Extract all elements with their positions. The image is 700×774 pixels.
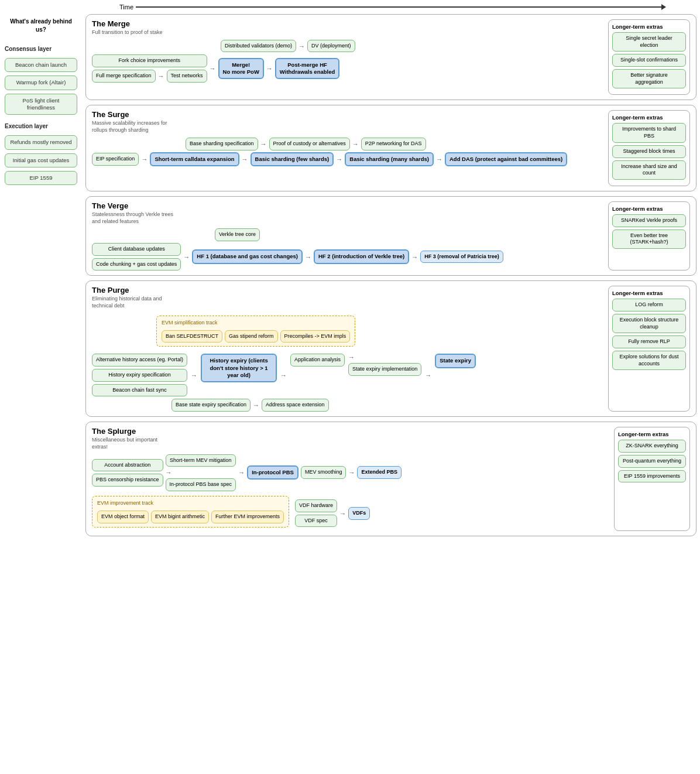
beacon-fast-sync-node[interactable]: Beacon chain fast sync: [92, 384, 187, 397]
code-chunking-node[interactable]: Code chunking + gas cost updates: [92, 258, 181, 271]
sidebar-refunds[interactable]: Refunds mostly removed: [5, 135, 77, 149]
v-arrow3: →: [411, 254, 418, 261]
fork-choice-node[interactable]: Fork choice improvements: [92, 54, 207, 67]
verge-title: The Verge: [92, 201, 603, 210]
splurge-left: Account abstraction PBS censorship resis…: [92, 459, 163, 487]
purge-lt-4[interactable]: Explore solutions for dust accounts: [612, 351, 686, 370]
pbs-censorship-node[interactable]: PBS censorship resistance: [92, 474, 163, 487]
dv-deployment-node[interactable]: DV (deployment): [307, 40, 355, 53]
surge-lt-2[interactable]: Staggered block times: [612, 145, 686, 158]
splurge-pbs-row: Account abstraction PBS censorship resis…: [92, 454, 609, 491]
splurge-lt-2[interactable]: Post-quantum everything: [618, 455, 686, 468]
full-merge-spec-node[interactable]: Full merge specification: [92, 70, 156, 83]
time-arrow: [136, 6, 663, 8]
basic-sharding-few-node[interactable]: Basic sharding (few shards): [251, 152, 334, 166]
purge-lt-3[interactable]: Fully remove RLP: [612, 335, 686, 348]
in-protocol-pbs-spec-node[interactable]: In-protocol PBS base spec: [166, 478, 236, 491]
in-protocol-pbs-node[interactable]: In-protocol PBS: [247, 465, 298, 480]
surge-main-row: EIP specification → Short-term calldata …: [92, 152, 603, 166]
purge-evm-track: EVM simplification track Ban SELFDESTRUC…: [156, 316, 355, 347]
splurge-subtitle: Miscellaneous but important extras!: [92, 437, 174, 450]
splurge-longer-term: Longer-term extras ZK-SNARK everything P…: [614, 427, 690, 530]
proof-custody-node[interactable]: Proof of custody or alternatives: [269, 138, 350, 150]
splurge-vdf-row: EVM improvement track EVM object format …: [92, 496, 609, 531]
purge-section: The Purge Eliminating historical data an…: [85, 280, 696, 417]
purge-lt-title: Longer-term extras: [612, 290, 686, 296]
test-networks-node[interactable]: Test networks: [167, 70, 207, 83]
address-space-node[interactable]: Address space extension: [262, 399, 329, 412]
merge-lt-2[interactable]: Single-slot confirmations: [612, 54, 686, 67]
surge-top-row: Base sharding specification → Proof of c…: [186, 138, 603, 150]
ban-selfdestruct-node[interactable]: Ban SELFDESTRUCT: [162, 330, 222, 343]
merge-subtitle: Full transition to proof of stake: [92, 29, 174, 36]
precompiles-evm-node[interactable]: Precompiles -> EVM impls: [280, 330, 351, 343]
account-abstraction-node[interactable]: Account abstraction: [92, 459, 163, 472]
client-db-node[interactable]: Client database updates: [92, 243, 181, 256]
v-arrow1: →: [183, 254, 190, 261]
dist-validators-node[interactable]: Distributed validators (demo): [221, 40, 296, 53]
purge-lt-2[interactable]: Execution block structure cleanup: [612, 314, 686, 333]
base-sharding-spec-node[interactable]: Base sharding specification: [186, 138, 258, 150]
surge-subtitle: Massive scalability increases for rollup…: [92, 120, 174, 133]
merge-lt-1[interactable]: Single secret leader election: [612, 32, 686, 52]
basic-sharding-many-node[interactable]: Basic sharding (many shards): [345, 152, 434, 166]
surge-lt-3[interactable]: Increase shard size and count: [612, 160, 686, 180]
alt-history-node[interactable]: Alternative history access (eg. Portal): [92, 354, 187, 367]
merge-title: The Merge: [92, 19, 603, 28]
s-arrow1: →: [260, 141, 267, 148]
splurge-lt-1[interactable]: ZK-SNARK everything: [618, 440, 686, 453]
p-arrow4: →: [425, 372, 431, 379]
further-evm-node[interactable]: Further EVM improvements: [211, 511, 284, 523]
gas-stipend-reform-node[interactable]: Gas stipend reform: [225, 330, 278, 343]
evm-bigint-node[interactable]: EVM bigint arithmetic: [151, 511, 209, 523]
extended-pbs-node[interactable]: Extended PBS: [357, 466, 402, 479]
vdf-spec-node[interactable]: VDF spec: [295, 515, 337, 528]
p-arrow2: →: [280, 372, 287, 379]
sidebar-beacon-chain[interactable]: Beacon chain launch: [5, 58, 77, 72]
short-term-mev-node[interactable]: Short-term MEV mitigation: [166, 454, 236, 467]
sidebar-warmup-fork[interactable]: Warmup fork (Altair): [5, 76, 77, 90]
base-state-spec-node[interactable]: Base state expiry specification: [171, 399, 251, 412]
p2p-das-node[interactable]: P2P networking for DAS: [361, 138, 426, 150]
mev-smoothing-node[interactable]: MEV smoothing: [301, 466, 346, 479]
sp-arrow3: →: [348, 469, 355, 476]
splurge-evm-track: EVM improvement track EVM object format …: [92, 496, 289, 528]
verkle-tree-core-node[interactable]: Verkle tree core: [215, 228, 260, 241]
vdfs-node[interactable]: VDFs: [348, 507, 370, 520]
merge-main-node[interactable]: Merge!No more PoW: [218, 58, 264, 80]
eip-spec-node[interactable]: EIP specification: [92, 153, 139, 166]
short-term-calldata-node[interactable]: Short-term calldata expansion: [150, 152, 239, 166]
purge-longer-term: Longer-term extras LOG reform Execution …: [608, 286, 690, 412]
merge-flow: Distributed validators (demo) → DV (depl…: [92, 40, 603, 83]
history-expiry-node[interactable]: History expiry (clients don't store hist…: [201, 354, 277, 382]
arrow1: →: [298, 43, 305, 50]
splurge-mev-smooth: MEV smoothing: [301, 466, 346, 479]
purge-left: Alternative history access (eg. Portal) …: [92, 354, 187, 396]
verge-lt-1[interactable]: SNARKed Verkle proofs: [612, 214, 686, 227]
sidebar-gas-cost[interactable]: Initial gas cost updates: [5, 153, 77, 167]
state-expiry-impl-node[interactable]: State expiry implementation: [348, 363, 421, 376]
page: Time What's already behind us? Consensus…: [0, 0, 700, 539]
splurge-lt-title: Longer-term extras: [618, 431, 686, 437]
evm-object-format-node[interactable]: EVM object format: [97, 511, 149, 523]
sidebar-eip1559[interactable]: EIP 1559: [5, 171, 77, 185]
purge-lt-1[interactable]: LOG reform: [612, 299, 686, 311]
sidebar-pos-light[interactable]: PoS light client friendliness: [5, 94, 77, 115]
vdf-hardware-node[interactable]: VDF hardware: [295, 499, 337, 512]
surge-body: The Surge Massive scalability increases …: [92, 110, 690, 186]
arrow4: →: [266, 65, 273, 72]
verge-subtitle: Statelessness through Verkle trees and r…: [92, 211, 174, 225]
merge-lt-3[interactable]: Better signature aggregation: [612, 69, 686, 88]
hf2-node[interactable]: HF 2 (introduction of Verkle tree): [314, 249, 409, 263]
application-analysis-node[interactable]: Application analysis: [290, 354, 345, 367]
add-das-node[interactable]: Add DAS (protect against bad committees): [445, 152, 567, 166]
state-expiry-node[interactable]: State expiry: [435, 354, 476, 368]
splurge-lt-3[interactable]: EIP 1559 improvements: [618, 470, 686, 483]
surge-lt-1[interactable]: Improvements to shard PBS: [612, 123, 686, 142]
hf1-node[interactable]: HF 1 (database and gas cost changes): [192, 249, 303, 263]
hf3-node[interactable]: HF 3 (removal of Patricia tree): [420, 251, 503, 263]
verge-lt-2[interactable]: Even better tree (STARK+hash?): [612, 230, 686, 249]
history-expiry-spec-node[interactable]: History expiry specification: [92, 369, 187, 382]
post-merge-node[interactable]: Post-merge HFWithdrawals enabled: [275, 58, 339, 80]
purge-right-flow: → State expiry implementation: [348, 354, 421, 376]
